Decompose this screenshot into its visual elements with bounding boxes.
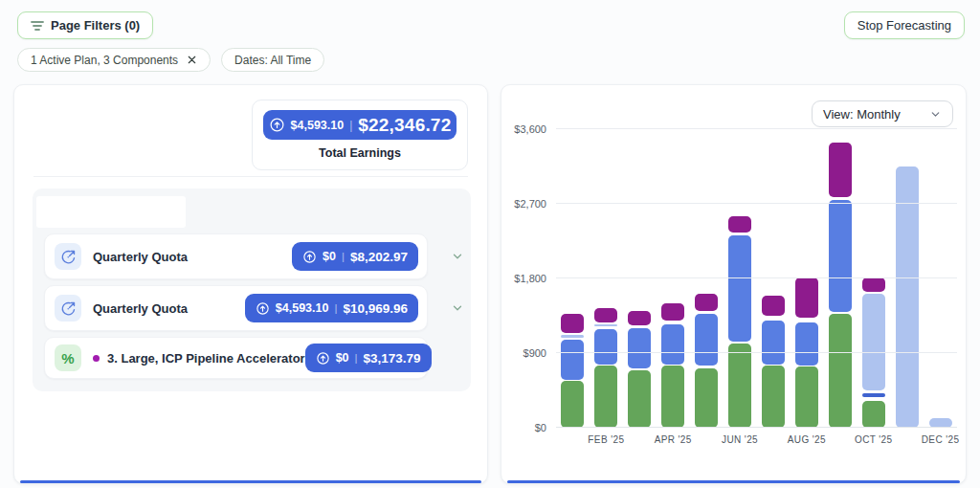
- bar-segment-blue[interactable]: [762, 321, 785, 365]
- bar-segment-blue[interactable]: [661, 324, 684, 365]
- chevron-down-icon[interactable]: [448, 299, 467, 318]
- bar-segment-blue[interactable]: [628, 328, 651, 368]
- chevron-down-icon: [929, 108, 942, 121]
- chart-bar-jan-25[interactable]: [556, 129, 590, 428]
- x-axis-tick-label: DEC '25: [922, 434, 960, 445]
- value-separator: |: [334, 302, 337, 314]
- arrow-up-circle-icon: [316, 351, 330, 366]
- bar-segment-light_blue[interactable]: [896, 166, 919, 428]
- bar-segment-green[interactable]: [862, 401, 885, 428]
- component-earnings-badge: $0 | $8,202.97: [292, 242, 418, 271]
- component-earnings-badge: $0 | $3,173.79: [305, 344, 432, 372]
- bottom-accent-bar: [20, 480, 481, 483]
- bar-segment-green[interactable]: [661, 366, 684, 428]
- bar-segment-purple[interactable]: [561, 314, 584, 333]
- view-monthly-dropdown[interactable]: View: Monthly: [812, 100, 953, 127]
- bar-segment-purple[interactable]: [762, 296, 785, 316]
- arrow-up-circle-icon: [302, 250, 317, 264]
- total-earnings-card: $4,593.10 | $22,346.72 Total Earnings: [252, 100, 468, 170]
- bar-segment-blue[interactable]: [795, 322, 818, 366]
- chart-gridline: [556, 128, 957, 129]
- bar-segment-green[interactable]: [695, 368, 718, 428]
- component-dot: [93, 355, 100, 362]
- stop-forecasting-button[interactable]: Stop Forecasting: [844, 11, 965, 39]
- x-axis-tick-label: JUN '25: [722, 434, 758, 445]
- component-row-quarterly-quota-2[interactable]: Quarterly Quota $4,593.10 | $10,969.96: [44, 285, 428, 331]
- plan-name-placeholder: [36, 196, 186, 228]
- bar-segment-green[interactable]: [561, 381, 584, 428]
- y-axis-tick-label: $1,800: [514, 273, 546, 284]
- bar-segment-green[interactable]: [795, 366, 818, 428]
- page-filters-button[interactable]: Page Filters (0): [17, 11, 153, 39]
- bar-segment-blue[interactable]: [695, 314, 718, 366]
- bar-segment-blue[interactable]: [728, 235, 751, 343]
- component-total-value: $3,173.79: [364, 351, 421, 366]
- arrow-up-circle-icon: [269, 117, 285, 133]
- y-axis-tick-label: $2,700: [514, 198, 546, 210]
- component-total-value: $10,969.96: [343, 301, 408, 316]
- stop-forecasting-label: Stop Forecasting: [858, 18, 951, 33]
- bar-segment-light_blue[interactable]: [594, 324, 617, 326]
- bar-segment-dark_blue[interactable]: [862, 393, 885, 397]
- bar-segment-green[interactable]: [628, 370, 651, 428]
- bar-segment-purple[interactable]: [728, 216, 751, 233]
- bar-segment-green[interactable]: [829, 314, 852, 428]
- y-axis-tick-label: $900: [523, 347, 546, 359]
- chart-bar-dec-25[interactable]: DEC '25: [924, 129, 957, 428]
- value-separator: |: [349, 119, 352, 132]
- earnings-chart-panel: View: Monthly $0$900$1,800$2,700$3,600 F…: [501, 84, 967, 484]
- chart-bar-nov-25[interactable]: [890, 129, 924, 428]
- chart-bar-sep-25[interactable]: [823, 129, 857, 428]
- bar-segment-blue[interactable]: [829, 200, 852, 312]
- chart-gridline: [556, 203, 957, 204]
- component-row-accelerator[interactable]: % 3. Large, ICP Pipeline Accelerator $0 …: [44, 337, 428, 379]
- chevron-down-icon[interactable]: [448, 247, 467, 266]
- bar-segment-blue[interactable]: [561, 340, 584, 380]
- chart-bar-feb-25[interactable]: FEB '25: [590, 129, 623, 428]
- x-axis-tick-label: OCT '25: [855, 434, 893, 445]
- component-delta-value: $0: [323, 250, 336, 263]
- chart-bar-oct-25[interactable]: OCT '25: [857, 129, 890, 428]
- chart-bar-jun-25[interactable]: JUN '25: [724, 129, 757, 428]
- component-total-value: $8,202.97: [350, 250, 408, 264]
- bar-segment-green[interactable]: [594, 366, 617, 428]
- filter-chip-dates[interactable]: Dates: All Time: [221, 48, 324, 72]
- bar-segment-light_blue[interactable]: [862, 294, 885, 390]
- remove-filter-icon[interactable]: [187, 55, 197, 65]
- bar-segment-green[interactable]: [728, 344, 751, 428]
- bar-segment-light_blue[interactable]: [561, 335, 584, 337]
- filter-chip-plan-components[interactable]: 1 Active Plan, 3 Components: [17, 48, 211, 72]
- bar-segment-purple[interactable]: [795, 277, 818, 318]
- x-axis-tick-label: AUG '25: [788, 434, 826, 445]
- total-earnings-badge: $4,593.10 | $22,346.72: [263, 110, 457, 140]
- component-earnings-badge: $4,593.10 | $10,969.96: [245, 294, 418, 322]
- chart-bar-may-25[interactable]: [690, 129, 724, 428]
- chart-gridline: [556, 277, 957, 278]
- page-filters-label: Page Filters (0): [51, 18, 140, 33]
- chart-bar-jul-25[interactable]: [757, 129, 791, 428]
- bar-segment-purple[interactable]: [628, 311, 651, 325]
- quota-target-icon: [55, 243, 81, 270]
- bar-segment-purple[interactable]: [594, 308, 617, 322]
- component-row-quarterly-quota-1[interactable]: Quarterly Quota $0 | $8,202.97: [44, 233, 428, 279]
- value-separator: |: [355, 352, 358, 364]
- chart-bar-aug-25[interactable]: AUG '25: [790, 129, 823, 428]
- bar-segment-green[interactable]: [762, 366, 785, 428]
- plan-components-container: Quarterly Quota $0 | $8,202.97: [33, 189, 471, 391]
- bar-segment-purple[interactable]: [862, 277, 885, 292]
- bar-segment-purple[interactable]: [661, 303, 684, 321]
- bar-segment-purple[interactable]: [829, 143, 852, 197]
- bar-segment-purple[interactable]: [695, 294, 718, 311]
- component-delta-value: $4,593.10: [276, 301, 329, 315]
- panel-divider: [33, 176, 468, 177]
- component-delta-value: $0: [336, 351, 349, 365]
- quota-target-icon: [55, 295, 81, 322]
- chart-bar-apr-25[interactable]: APR '25: [657, 129, 690, 428]
- total-delta-value: $4,593.10: [291, 119, 345, 132]
- component-label: 3. Large, ICP Pipeline Accelerator: [107, 351, 305, 366]
- chart-bar-mar-25[interactable]: [623, 129, 657, 428]
- chart-plot-area: FEB '25APR '25JUN '25AUG '25OCT '25DEC '…: [556, 129, 957, 428]
- bar-segment-blue[interactable]: [594, 329, 617, 365]
- filter-icon: [31, 20, 44, 32]
- value-separator: |: [342, 251, 345, 262]
